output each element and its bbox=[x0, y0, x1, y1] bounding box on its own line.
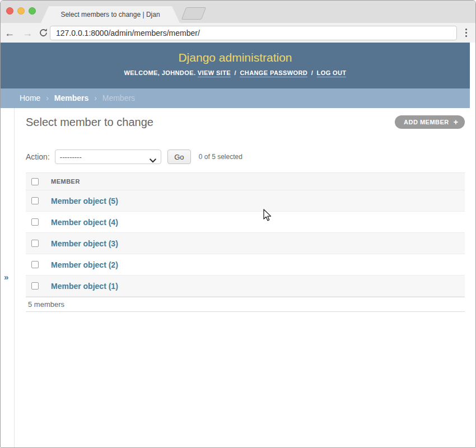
minimize-button[interactable] bbox=[17, 7, 25, 15]
table-row: Member object (2) bbox=[26, 254, 465, 276]
table-row: Member object (5) bbox=[26, 190, 465, 212]
tab-title: Select members to change | Djan bbox=[60, 11, 160, 18]
welcome-text: WELCOME, bbox=[124, 69, 160, 76]
member-link[interactable]: Member object (5) bbox=[51, 197, 118, 206]
browser-window: Select members to change | Djan ← → 127.… bbox=[0, 0, 476, 448]
add-member-button[interactable]: ADD MEMBER + bbox=[395, 115, 465, 129]
result-count: 5 members bbox=[26, 297, 465, 312]
go-button[interactable]: Go bbox=[167, 150, 191, 164]
admin-header: Django administration WELCOME, JOHNDOE. … bbox=[1, 43, 470, 88]
breadcrumb-current: Members bbox=[102, 94, 135, 102]
user-tools: WELCOME, JOHNDOE. VIEW SITE / CHANGE PAS… bbox=[1, 69, 470, 76]
refresh-icon[interactable] bbox=[39, 28, 48, 38]
breadcrumb-members-app[interactable]: Members bbox=[54, 94, 88, 102]
breadcrumb-separator-icon: › bbox=[91, 94, 100, 102]
username: JOHNDOE bbox=[162, 69, 194, 76]
table-row: Member object (4) bbox=[26, 212, 465, 233]
forward-icon[interactable]: → bbox=[18, 28, 36, 38]
close-button[interactable] bbox=[6, 7, 13, 15]
tab-strip: Select members to change | Djan bbox=[1, 1, 475, 23]
fullscreen-button[interactable] bbox=[29, 7, 36, 15]
site-title[interactable]: Django administration bbox=[1, 43, 470, 64]
url-text: 127.0.0.1:8000/admin/members/member/ bbox=[50, 29, 200, 38]
address-bar[interactable]: 127.0.0.1:8000/admin/members/member/ bbox=[50, 26, 457, 40]
row-checkbox[interactable] bbox=[31, 282, 39, 290]
select-all-checkbox[interactable] bbox=[31, 178, 39, 185]
member-link[interactable]: Member object (4) bbox=[51, 218, 118, 227]
row-checkbox[interactable] bbox=[31, 218, 39, 226]
change-password-link[interactable]: CHANGE PASSWORD bbox=[240, 69, 307, 77]
sidebar-expand-icon[interactable]: » bbox=[4, 272, 8, 282]
row-checkbox[interactable] bbox=[31, 197, 39, 204]
chevron-down-icon bbox=[150, 155, 156, 165]
member-link[interactable]: Member object (1) bbox=[51, 282, 118, 291]
member-link[interactable]: Member object (2) bbox=[51, 260, 118, 269]
breadcrumb: Home › Members › Members bbox=[1, 88, 470, 108]
row-checkbox[interactable] bbox=[31, 240, 39, 247]
browser-menu-icon[interactable] bbox=[462, 27, 470, 38]
table-row: Member object (1) bbox=[26, 276, 465, 297]
view-site-link[interactable]: VIEW SITE bbox=[198, 69, 231, 77]
table-row: Member object (3) bbox=[26, 233, 465, 254]
row-checkbox[interactable] bbox=[31, 261, 39, 268]
breadcrumb-home[interactable]: Home bbox=[20, 94, 40, 102]
logout-link[interactable]: LOG OUT bbox=[317, 69, 347, 77]
action-select-value: --------- bbox=[55, 153, 82, 161]
browser-tab[interactable]: Select members to change | Djan bbox=[41, 6, 180, 23]
selection-counter: 0 of 5 selected bbox=[199, 153, 242, 161]
plus-icon: + bbox=[454, 118, 458, 127]
window-controls bbox=[6, 7, 36, 15]
actions-bar: Action: --------- Go 0 of 5 selected bbox=[26, 150, 242, 164]
table-header-row: MEMBER bbox=[26, 172, 465, 190]
new-tab-button[interactable] bbox=[181, 7, 206, 20]
change-list-table: MEMBER Member object (5) Member object (… bbox=[26, 172, 465, 312]
back-icon[interactable]: ← bbox=[1, 28, 18, 38]
page-title: Select member to change bbox=[26, 116, 153, 129]
column-header-member: MEMBER bbox=[51, 178, 80, 185]
action-label: Action: bbox=[26, 152, 50, 161]
member-link[interactable]: Member object (3) bbox=[51, 239, 118, 248]
action-select[interactable]: --------- bbox=[55, 150, 161, 164]
breadcrumb-separator-icon: › bbox=[43, 94, 52, 102]
page-viewport: Django administration WELCOME, JOHNDOE. … bbox=[1, 43, 470, 108]
